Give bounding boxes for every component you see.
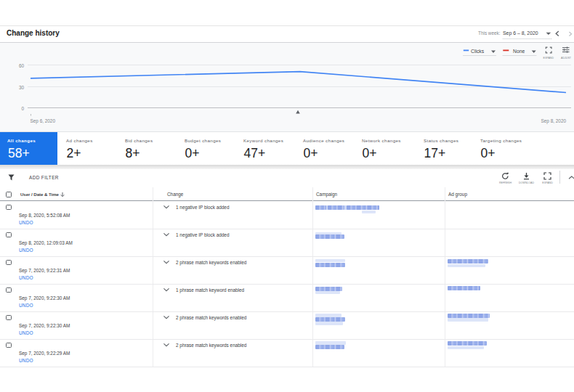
svg-text:30: 30 xyxy=(19,85,25,90)
svg-text:EXPAND: EXPAND xyxy=(543,57,554,60)
svg-text:60: 60 xyxy=(19,63,25,68)
svg-text:ADJUST: ADJUST xyxy=(561,57,572,60)
svg-text:Sep 6, 2020: Sep 6, 2020 xyxy=(31,118,56,124)
svg-text:0: 0 xyxy=(21,106,24,111)
svg-text:Clicks: Clicks xyxy=(471,49,485,54)
svg-text:None: None xyxy=(513,49,525,54)
svg-text:Sep 8, 2020: Sep 8, 2020 xyxy=(541,118,567,124)
